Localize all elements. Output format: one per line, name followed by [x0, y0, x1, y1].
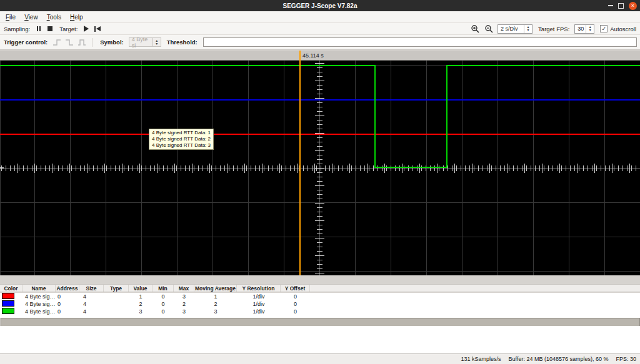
signal-tooltip: 4 Byte signed RTT Data: 1 4 Byte signed …	[149, 129, 214, 150]
header-address[interactable]: Address	[56, 285, 79, 292]
color-swatch[interactable]	[2, 308, 14, 314]
table-row[interactable]: 4 Byte sig… 0 4 2 0 2 2 1/div 0	[0, 300, 640, 308]
target-label: Target:	[59, 26, 78, 32]
menu-view[interactable]: View	[20, 12, 42, 22]
header-moving-average[interactable]: Moving Average	[194, 285, 237, 292]
pulse-edge-icon	[78, 38, 86, 47]
cell-y-offset: 0	[281, 308, 310, 315]
cell-value: 3	[129, 308, 152, 315]
time-cursor-line[interactable]	[299, 61, 301, 275]
window-controls	[608, 0, 637, 11]
cell-moving-average: 3	[194, 308, 237, 315]
trace-green-low	[374, 167, 448, 168]
timebase-select[interactable]: 2 s/Div	[498, 24, 532, 34]
header-y-resolution[interactable]: Y Resolution	[237, 285, 281, 292]
trace-green-high-right	[446, 65, 640, 66]
x-axis-major-ticks	[17, 164, 640, 173]
go-to-start-button[interactable]	[92, 24, 103, 34]
title-bar[interactable]: SEGGER J-Scope V7.82a	[0, 0, 640, 11]
status-sample-rate: 131 kSamples/s	[461, 356, 501, 362]
header-y-offset[interactable]: Y Offset	[281, 285, 310, 292]
skip-to-start-icon	[94, 26, 101, 32]
status-bar: 131 kSamples/s Buffer: 24 MB (1048576 sa…	[0, 353, 640, 364]
symbol-select[interactable]: 4 Byte si	[129, 37, 161, 47]
cell-y-resolution: 1/div	[237, 293, 281, 300]
trigger-control-label: Trigger control:	[4, 39, 48, 46]
pause-sampling-button[interactable]	[33, 24, 44, 34]
cursor-handle[interactable]	[299, 51, 301, 61]
header-min[interactable]: Min	[152, 285, 174, 292]
header-type[interactable]: Type	[104, 285, 129, 292]
cell-min: 0	[152, 308, 174, 315]
spinner-arrows-icon[interactable]	[586, 25, 594, 33]
cell-value: 1	[129, 293, 152, 300]
start-target-button[interactable]	[81, 24, 92, 34]
table-row[interactable]: 4 Byte sig… 0 4 3 0 3 3 1/div 0	[0, 308, 640, 315]
header-value[interactable]: Value	[129, 285, 152, 292]
cell-max: 2	[174, 301, 194, 307]
zoom-in-button[interactable]	[469, 24, 481, 34]
cell-moving-average: 1	[194, 293, 237, 300]
tooltip-line: 4 Byte signed RTT Data: 1	[152, 130, 211, 136]
toolbar-separator	[92, 38, 92, 47]
main-toolbar: Sampling: Target:	[0, 23, 640, 35]
cell-max: 3	[174, 308, 194, 315]
close-icon[interactable]	[629, 2, 637, 10]
jscope-window: SEGGER J-Scope V7.82a File View Tools He…	[0, 0, 640, 364]
spinner-arrows-icon[interactable]	[524, 25, 532, 33]
stop-sampling-button[interactable]	[44, 24, 56, 34]
header-color[interactable]: Color	[0, 285, 22, 292]
tooltip-line: 4 Byte signed RTT Data: 3	[152, 142, 211, 149]
timeline-ruler[interactable]: 45.114 s	[0, 51, 640, 61]
menu-tools[interactable]: Tools	[42, 12, 66, 22]
menu-help[interactable]: Help	[66, 12, 88, 22]
pause-icon	[37, 26, 41, 31]
cell-y-offset: 0	[281, 293, 310, 300]
status-buffer: Buffer: 24 MB (1048576 samples), 60 %	[509, 356, 609, 362]
zoom-out-button[interactable]	[483, 24, 494, 34]
menu-file[interactable]: File	[1, 12, 20, 22]
trace-green-falling-edge	[374, 65, 376, 168]
status-fps: FPS: 30	[616, 356, 636, 362]
trigger-either-edge-button[interactable]	[76, 37, 88, 48]
target-fps-spinner[interactable]: 30	[574, 24, 594, 34]
cell-y-resolution: 1/div	[237, 308, 281, 315]
cell-value: 2	[129, 301, 152, 307]
horizontal-splitter[interactable]	[1, 318, 640, 327]
autoscroll-label: Autoscroll	[610, 26, 636, 32]
color-swatch[interactable]	[2, 293, 14, 299]
signal-table-header: Color Name Address Size Type Value Min M…	[0, 284, 640, 292]
header-name[interactable]: Name	[22, 285, 56, 292]
cell-name: 4 Byte sig…	[22, 308, 56, 315]
trace-red-signal1	[0, 134, 640, 135]
plot-canvas[interactable]: 4 Byte signed RTT Data: 1 4 Byte signed …	[0, 61, 640, 275]
restore-icon[interactable]	[618, 3, 624, 9]
table-row[interactable]: 4 Byte sig… 0 4 1 0 3 1 1/div 0	[0, 293, 640, 300]
zoom-out-icon	[485, 25, 493, 33]
cell-min: 0	[152, 301, 174, 307]
cell-moving-average: 2	[194, 301, 237, 307]
cell-address: 0	[56, 293, 79, 300]
window-title: SEGGER J-Scope V7.82a	[283, 2, 358, 9]
minimize-icon[interactable]	[608, 5, 613, 6]
threshold-input[interactable]	[203, 37, 637, 47]
trigger-falling-edge-button[interactable]	[64, 37, 75, 48]
header-size[interactable]: Size	[79, 285, 104, 292]
log-pane	[0, 326, 640, 353]
tooltip-line: 4 Byte signed RTT Data: 2	[152, 136, 211, 142]
sampling-label: Sampling:	[4, 26, 30, 32]
zoom-in-icon	[471, 25, 479, 33]
play-icon	[84, 26, 89, 32]
header-max[interactable]: Max	[174, 285, 194, 292]
cell-size: 4	[79, 293, 104, 300]
stop-icon	[48, 26, 52, 31]
target-fps-label: Target FPS:	[538, 26, 569, 32]
trigger-rising-edge-button[interactable]	[51, 37, 62, 48]
cell-y-offset: 0	[281, 301, 310, 307]
cell-size: 4	[79, 308, 104, 315]
trace-blue-signal2	[0, 99, 640, 101]
color-swatch[interactable]	[2, 300, 14, 307]
cell-min: 0	[152, 293, 174, 300]
autoscroll-checkbox[interactable]	[600, 25, 608, 32]
cell-y-resolution: 1/div	[237, 301, 281, 307]
